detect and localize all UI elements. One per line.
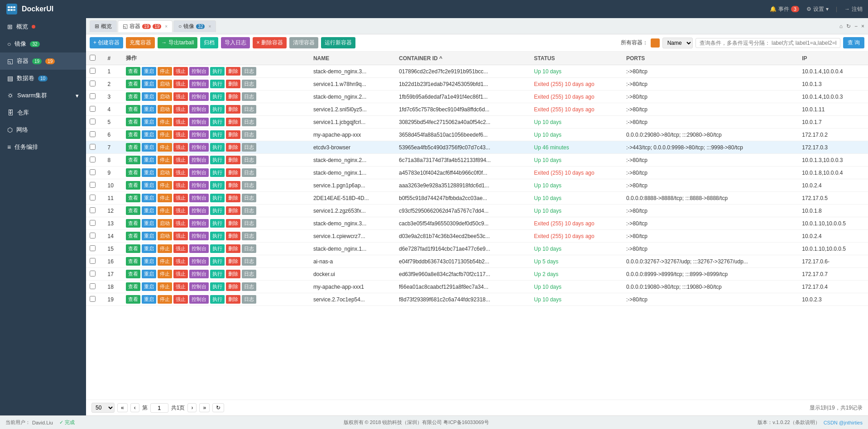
row-checkbox[interactable] [90,283,96,289]
log-btn[interactable]: 日志 [242,295,256,304]
start-btn[interactable]: 启动 [158,168,172,177]
log-btn[interactable]: 日志 [242,270,256,278]
view-btn[interactable]: 查看 [126,244,140,253]
start-btn[interactable]: 启动 [158,105,172,114]
tab-mirror[interactable]: ○ 镜像 32 × [173,20,216,32]
start-btn[interactable]: 启动 [158,80,172,88]
view-btn[interactable]: 查看 [126,219,140,228]
restart-btn[interactable]: 重启 [142,80,156,88]
delete-btn[interactable]: 删除 [226,80,240,88]
console-btn[interactable]: 控制台 [189,67,209,76]
refresh-icon[interactable]: ↻ [846,23,851,29]
log-btn[interactable]: 日志 [242,282,256,291]
stop-btn[interactable]: 停止 [158,118,172,126]
sidebar-item-mirror[interactable]: ○ 镜像 32 [0,35,86,52]
force-stop-btn[interactable]: 强止 [173,156,188,164]
row-checkbox[interactable] [90,220,96,226]
exec-btn[interactable]: 执行 [210,194,225,202]
export-tarball-btn[interactable]: → 导出tarball [158,37,197,48]
col-container-id[interactable]: CONTAINER ID ^ [395,52,530,65]
row-checkbox[interactable] [90,195,96,200]
row-checkbox[interactable] [90,169,96,175]
exec-btn[interactable]: 执行 [210,257,225,266]
exec-btn[interactable]: 执行 [210,244,225,253]
row-checkbox[interactable] [90,68,96,74]
row-checkbox[interactable] [90,245,96,251]
exec-btn[interactable]: 执行 [210,143,225,152]
console-btn[interactable]: 控制台 [189,143,209,152]
stop-btn[interactable]: 停止 [158,156,172,164]
delete-btn[interactable]: 删除 [226,295,240,304]
delete-btn[interactable]: 删除 [226,257,240,266]
force-stop-btn[interactable]: 强止 [173,130,188,139]
delete-btn[interactable]: 删除 [226,232,240,240]
restart-btn[interactable]: 重启 [142,143,156,152]
row-checkbox[interactable] [90,207,96,213]
stop-btn[interactable]: 停止 [158,295,172,304]
console-btn[interactable]: 控制台 [189,156,209,164]
start-btn[interactable]: 启动 [158,219,172,228]
console-btn[interactable]: 控制台 [189,194,209,202]
exec-btn[interactable]: 执行 [210,181,225,190]
log-btn[interactable]: 日志 [242,194,256,202]
delete-btn[interactable]: 删除 [226,130,240,139]
console-btn[interactable]: 控制台 [189,130,209,139]
delete-container-btn[interactable]: × 删除容器 [253,37,286,48]
log-btn[interactable]: 日志 [242,219,256,228]
container-tab-close[interactable]: × [165,24,168,29]
restart-btn[interactable]: 重启 [142,194,156,202]
log-btn[interactable]: 日志 [242,181,256,190]
exec-btn[interactable]: 执行 [210,219,225,228]
force-stop-btn[interactable]: 强止 [173,143,188,152]
col-name[interactable]: NAME [310,52,395,65]
logout-btn[interactable]: → 注销 [844,5,863,13]
force-stop-btn[interactable]: 强止 [173,257,188,266]
view-btn[interactable]: 查看 [126,105,140,114]
view-btn[interactable]: 查看 [126,206,140,215]
stop-btn[interactable]: 停止 [158,194,172,202]
tab-overview[interactable]: ⊞ 概览 [90,20,117,32]
console-btn[interactable]: 控制台 [189,219,209,228]
force-stop-btn[interactable]: 强止 [173,232,188,240]
console-btn[interactable]: 控制台 [189,80,209,88]
restart-btn[interactable]: 重启 [142,232,156,240]
view-btn[interactable]: 查看 [126,232,140,240]
csdn-link[interactable]: CSDN @jnthirties [824,420,863,425]
view-btn[interactable]: 查看 [126,295,140,304]
restart-btn[interactable]: 重启 [142,92,156,101]
view-btn[interactable]: 查看 [126,282,140,291]
select-all-checkbox[interactable] [90,55,96,61]
force-stop-btn[interactable]: 强止 [173,295,188,304]
force-stop-btn[interactable]: 强止 [173,168,188,177]
view-btn[interactable]: 查看 [126,130,140,139]
view-btn[interactable]: 查看 [126,168,140,177]
force-stop-btn[interactable]: 强止 [173,244,188,253]
log-btn[interactable]: 日志 [242,80,256,88]
log-btn[interactable]: 日志 [242,206,256,215]
console-btn[interactable]: 控制台 [189,181,209,190]
restart-btn[interactable]: 重启 [142,244,156,253]
row-checkbox[interactable] [90,144,96,150]
delete-btn[interactable]: 删除 [226,92,240,101]
log-btn[interactable]: 日志 [242,156,256,164]
console-btn[interactable]: 控制台 [189,105,209,114]
view-btn[interactable]: 查看 [126,257,140,266]
view-btn[interactable]: 查看 [126,156,140,164]
row-checkbox[interactable] [90,81,96,86]
sidebar-item-network[interactable]: ⬡ 网络 [0,121,86,138]
exec-btn[interactable]: 执行 [210,168,225,177]
log-btn[interactable]: 日志 [242,105,256,114]
stop-btn[interactable]: 停止 [158,270,172,278]
view-btn[interactable]: 查看 [126,181,140,190]
restart-btn[interactable]: 重启 [142,206,156,215]
stop-btn[interactable]: 停止 [158,257,172,266]
settings-btn[interactable]: ⚙ 设置 ▾ [806,5,829,13]
exec-btn[interactable]: 执行 [210,156,225,164]
row-checkbox[interactable] [90,296,96,302]
console-btn[interactable]: 控制台 [189,257,209,266]
sidebar-item-swarm[interactable]: ⛭ Swarm集群 ▾ [0,87,86,104]
start-btn[interactable]: 启动 [158,232,172,240]
stop-btn[interactable]: 停止 [158,244,172,253]
restart-btn[interactable]: 重启 [142,219,156,228]
restart-btn[interactable]: 重启 [142,270,156,278]
